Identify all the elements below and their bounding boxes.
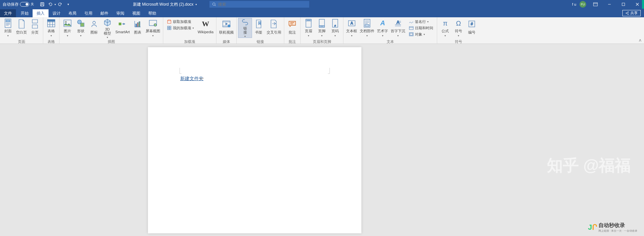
page[interactable]: 新建文件夹 ↩ xyxy=(148,47,361,233)
chart-button[interactable]: 图表 xyxy=(131,18,144,38)
tab-mailings[interactable]: 邮件 xyxy=(96,9,112,17)
icons-button[interactable]: 图标 xyxy=(87,18,101,38)
online-video-button[interactable]: 联机视频 xyxy=(218,18,235,38)
collapse-ribbon-button[interactable]: ᐱ xyxy=(639,39,641,42)
cube-icon xyxy=(102,19,113,27)
smartart-button[interactable]: SmartArt xyxy=(114,18,131,38)
svg-rect-20 xyxy=(136,24,137,27)
tab-file[interactable]: 文件 xyxy=(0,9,16,17)
parts-button[interactable]: 文档部件▾ xyxy=(358,18,376,38)
group-pages: 封面▾ 空白页 分页 页面 xyxy=(0,17,43,44)
caret-icon: ▾ xyxy=(308,34,309,37)
page-break-button[interactable]: 分页 xyxy=(28,18,42,38)
header-button[interactable]: 页眉▾ xyxy=(302,18,315,38)
title-dropdown-icon[interactable]: ▾ xyxy=(195,3,197,6)
my-addins-button[interactable]: 我的加载项 ▾ xyxy=(166,25,195,31)
datetime-label: 日期和时间 xyxy=(415,26,433,31)
number-button[interactable]: # 编号 xyxy=(465,18,478,38)
toggle-switch[interactable] xyxy=(20,2,29,7)
object-button[interactable]: 对象▾ xyxy=(408,31,434,37)
tab-review[interactable]: 审阅 xyxy=(112,9,128,17)
crossref-button[interactable]: 交叉引用 xyxy=(265,18,283,38)
crossref-icon xyxy=(269,19,279,29)
shapes-label: 形状 xyxy=(77,29,84,34)
redo-button[interactable] xyxy=(57,1,64,8)
svg-rect-47 xyxy=(410,33,413,35)
get-addins-label: 获取加载项 xyxy=(173,19,191,24)
bookmark-button[interactable]: 书签 xyxy=(252,18,265,38)
wikipedia-icon: W xyxy=(200,19,211,29)
qat-customize-icon[interactable]: ▾ xyxy=(64,1,72,8)
number-label: 编号 xyxy=(468,30,475,35)
group-links: 链 接▾ 书签 交叉引用 链接 xyxy=(237,17,284,44)
tab-design[interactable]: 设计 xyxy=(49,9,64,17)
svg-rect-42 xyxy=(365,25,369,26)
dropcap-button[interactable]: A 首字下沉▾ xyxy=(389,18,407,38)
pagenum-button[interactable]: # 页码▾ xyxy=(328,18,342,38)
footer-button[interactable]: 页脚▾ xyxy=(315,18,328,38)
search-input[interactable] xyxy=(218,2,307,7)
user-label: f u xyxy=(572,2,576,6)
svg-point-32 xyxy=(228,25,230,27)
addins-stack: 获取加载项 我的加载项 ▾ xyxy=(165,18,196,32)
caret-icon: ▾ xyxy=(382,34,383,37)
video-icon xyxy=(221,19,232,29)
tab-home[interactable]: 开始 xyxy=(17,9,33,17)
symbol-button[interactable]: Ω 符号▾ xyxy=(452,18,465,38)
link-label: 链 接 xyxy=(243,26,247,34)
svg-marker-31 xyxy=(226,23,227,25)
cover-label: 封面 xyxy=(4,29,12,34)
page-break-icon xyxy=(30,19,40,29)
store-icon xyxy=(167,19,172,24)
search-box[interactable] xyxy=(209,1,309,8)
comment-icon xyxy=(287,19,298,29)
document-area[interactable]: 新建文件夹 ↩ xyxy=(0,44,644,236)
undo-dropdown-icon[interactable]: ▾ xyxy=(55,3,56,6)
tab-help[interactable]: 帮助 xyxy=(144,9,160,17)
minimize-button[interactable] xyxy=(603,0,616,9)
parts-icon xyxy=(362,19,372,28)
svg-rect-45 xyxy=(409,27,413,30)
shapes-button[interactable]: 形状▾ xyxy=(74,18,87,38)
tab-layout[interactable]: 布局 xyxy=(64,9,80,17)
table-button[interactable]: 表格▾ xyxy=(45,18,58,38)
link-button[interactable]: 链 接▾ xyxy=(238,18,252,38)
caret-icon: ▾ xyxy=(366,34,368,37)
svg-rect-18 xyxy=(119,23,121,25)
sigline-button[interactable]: 签名行▾ xyxy=(408,19,434,25)
wikipedia-button[interactable]: W Wikipedia xyxy=(196,18,215,38)
screenshot-button[interactable]: 屏幕截图▾ xyxy=(144,18,162,38)
wordart-button[interactable]: A 艺术字▾ xyxy=(376,18,389,38)
svg-point-3 xyxy=(213,3,215,6)
datetime-button[interactable]: 日期和时间 xyxy=(408,25,434,31)
tab-references[interactable]: 引用 xyxy=(80,9,96,17)
3d-model-button[interactable]: 3D 模型▾ xyxy=(101,18,114,38)
my-addins-label: 我的加载项 xyxy=(173,26,191,31)
tab-view[interactable]: 视图 xyxy=(128,9,144,17)
title-bar: 自动保存 关 ▾ ▾ 新建 Microsoft Word 文档 (2).docx… xyxy=(0,0,644,9)
picture-label: 图片 xyxy=(64,29,71,34)
tab-insert[interactable]: 插入 xyxy=(33,9,49,17)
share-label: 共享 xyxy=(630,11,638,16)
equation-button[interactable]: π 公式▾ xyxy=(439,18,452,38)
share-button[interactable]: 共享 xyxy=(622,10,641,16)
maximize-button[interactable] xyxy=(617,0,630,9)
picture-button[interactable]: 图片▾ xyxy=(61,18,74,38)
save-button[interactable] xyxy=(39,1,46,8)
icons-label: 图标 xyxy=(90,30,98,35)
autosave-toggle[interactable]: 自动保存 关 xyxy=(0,2,37,7)
get-addins-button[interactable]: 获取加载项 xyxy=(166,19,195,25)
break-label: 分页 xyxy=(31,30,39,35)
svg-rect-2 xyxy=(41,5,44,6)
blank-page-button[interactable]: 空白页 xyxy=(15,18,28,38)
textbox-button[interactable]: A 文本框▾ xyxy=(345,18,358,38)
undo-button[interactable] xyxy=(47,1,54,8)
comment-button[interactable]: 批注 xyxy=(286,18,299,38)
cover-page-button[interactable]: 封面▾ xyxy=(1,18,15,38)
ribbon-display-button[interactable] xyxy=(589,0,602,9)
svg-rect-5 xyxy=(622,3,625,6)
svg-text:#: # xyxy=(471,22,473,26)
comment-label: 批注 xyxy=(289,30,296,35)
search-icon xyxy=(212,2,216,6)
user-avatar[interactable]: FU xyxy=(580,1,586,8)
